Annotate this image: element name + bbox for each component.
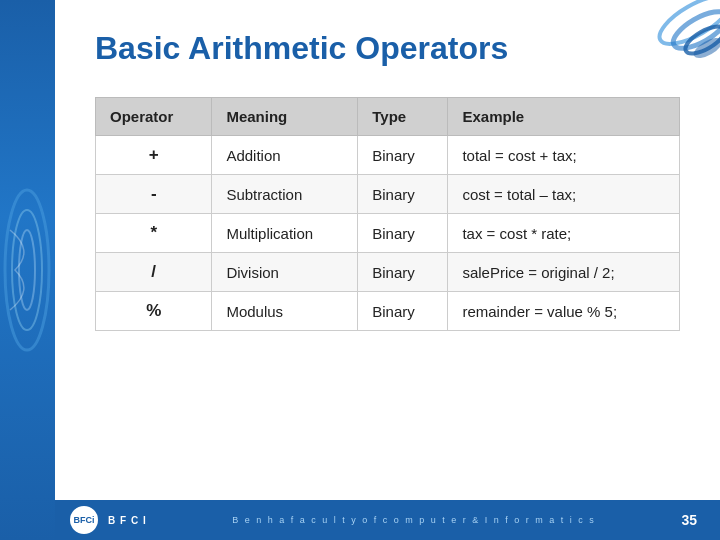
table-row: %ModulusBinaryremainder = value % 5; (96, 292, 680, 331)
meaning-cell: Modulus (212, 292, 358, 331)
example-cell: salePrice = original / 2; (448, 253, 680, 292)
col-header-operator: Operator (96, 98, 212, 136)
type-cell: Binary (358, 253, 448, 292)
table-row: /DivisionBinarysalePrice = original / 2; (96, 253, 680, 292)
col-header-example: Example (448, 98, 680, 136)
logo-text: BFCi (74, 516, 95, 525)
example-cell: remainder = value % 5; (448, 292, 680, 331)
sidebar-swirl (0, 0, 55, 540)
operator-cell: * (96, 214, 212, 253)
type-cell: Binary (358, 136, 448, 175)
col-header-type: Type (358, 98, 448, 136)
table-row: *MultiplicationBinarytax = cost * rate; (96, 214, 680, 253)
page-title: Basic Arithmetic Operators (95, 30, 680, 67)
bfci-label: B F C I (108, 515, 147, 526)
meaning-cell: Division (212, 253, 358, 292)
table-header-row: Operator Meaning Type Example (96, 98, 680, 136)
svg-point-1 (12, 210, 42, 330)
left-sidebar (0, 0, 55, 540)
main-content: Basic Arithmetic Operators Operator Mean… (55, 0, 720, 500)
table-row: +AdditionBinarytotal = cost + tax; (96, 136, 680, 175)
example-cell: cost = total – tax; (448, 175, 680, 214)
footer-tagline: B e n h a f a c u l t y o f c o m p u t … (153, 515, 676, 525)
example-cell: tax = cost * rate; (448, 214, 680, 253)
operator-cell: + (96, 136, 212, 175)
type-cell: Binary (358, 214, 448, 253)
meaning-cell: Multiplication (212, 214, 358, 253)
operators-table: Operator Meaning Type Example +AdditionB… (95, 97, 680, 331)
example-cell: total = cost + tax; (448, 136, 680, 175)
bottom-bar: BFCi B F C I B e n h a f a c u l t y o f… (55, 500, 720, 540)
operator-cell: % (96, 292, 212, 331)
type-cell: Binary (358, 292, 448, 331)
operator-cell: - (96, 175, 212, 214)
operator-cell: / (96, 253, 212, 292)
meaning-cell: Addition (212, 136, 358, 175)
page-number: 35 (681, 512, 697, 528)
table-row: -SubtractionBinarycost = total – tax; (96, 175, 680, 214)
logo-circle: BFCi (70, 506, 98, 534)
meaning-cell: Subtraction (212, 175, 358, 214)
col-header-meaning: Meaning (212, 98, 358, 136)
type-cell: Binary (358, 175, 448, 214)
